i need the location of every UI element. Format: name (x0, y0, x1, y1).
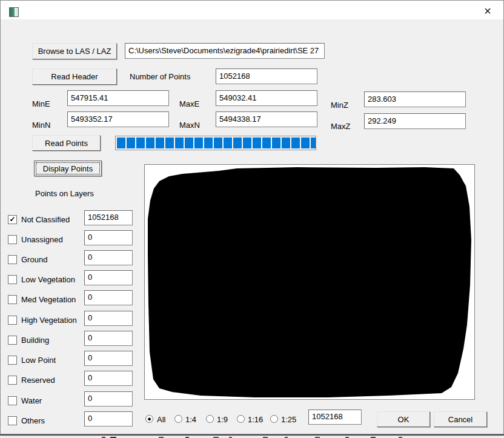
radio-1-16[interactable] (237, 415, 245, 423)
not-classified-checkbox[interactable]: ✓ (8, 215, 17, 224)
layer-count-field[interactable]: 0 (84, 230, 133, 245)
layer-count-field[interactable]: 1052168 (84, 210, 133, 225)
layer-row-ground: Ground 0 (1, 250, 140, 267)
progress-segment (243, 138, 251, 148)
progress-segment (224, 138, 232, 148)
min-n-label: MinN (32, 121, 50, 130)
display-points-button[interactable]: Display Points (34, 161, 102, 176)
reserved-checkbox[interactable] (8, 376, 17, 385)
radio-dot-icon: ● (147, 416, 151, 422)
progress-segment (253, 138, 261, 148)
layer-row-low-vegetation: Low Vegetation 0 (1, 270, 140, 287)
layer-label: Low Vegetation (21, 275, 75, 284)
min-e-field[interactable]: 547915.41 (67, 90, 169, 106)
layer-label: Unassigned (21, 235, 63, 244)
las-laz-dialog: ✕ Browse to LAS / LAZ C:\Users\Steve\Doc… (0, 0, 504, 434)
layer-row-unassigned: Unassigned 0 (1, 230, 140, 247)
point-display-panel[interactable] (144, 164, 475, 400)
max-e-field[interactable]: 549032.41 (216, 90, 317, 106)
point-cloud-preview (145, 165, 474, 399)
progress-segment (136, 138, 145, 148)
med-vegetation-checkbox[interactable] (8, 295, 17, 304)
layer-count-field[interactable]: 0 (84, 290, 133, 305)
low-point-checkbox[interactable] (8, 356, 17, 365)
radio-all-label: All (157, 415, 165, 424)
read-header-button[interactable]: Read Header (32, 68, 117, 85)
low-vegetation-checkbox[interactable] (8, 275, 17, 284)
max-e-label: MaxE (179, 99, 199, 108)
max-z-label: MaxZ (331, 122, 351, 131)
progress-segment (311, 138, 316, 148)
progress-segment (301, 138, 310, 148)
progress-segment (185, 138, 193, 148)
progress-segment (165, 138, 174, 148)
progress-segment (194, 138, 203, 148)
layer-count-field[interactable]: 0 (84, 250, 133, 265)
ground-checkbox[interactable] (8, 255, 17, 264)
app-icon (9, 7, 19, 17)
layer-row-reserved: Reserved 0 (1, 371, 140, 387)
progress-segment (233, 138, 242, 148)
close-button[interactable]: ✕ (479, 5, 496, 17)
layer-count-field[interactable]: 0 (84, 391, 133, 406)
layer-count-field[interactable]: 0 (84, 331, 133, 346)
progress-segment (175, 138, 184, 148)
layer-count-field[interactable]: 0 (84, 371, 133, 386)
radio-1-25[interactable] (270, 415, 278, 423)
min-z-label: MinZ (331, 101, 348, 110)
checkmark-icon: ✓ (9, 216, 15, 223)
read-points-button[interactable]: Read Points (32, 135, 101, 151)
max-z-field[interactable]: 292.249 (364, 113, 466, 129)
progress-segment (204, 138, 213, 148)
progress-segment (272, 138, 280, 148)
layer-row-building: Building 0 (1, 331, 140, 347)
screen: ✕ Browse to LAS / LAZ C:\Users\Steve\Doc… (0, 0, 504, 438)
min-e-label: MinE (32, 99, 50, 108)
radio-1-9[interactable] (206, 415, 214, 423)
layer-label: Med Vegetation (21, 295, 76, 304)
min-n-field[interactable]: 5493352.17 (67, 111, 169, 127)
layer-label: High Vegetation (21, 316, 77, 325)
building-checkbox[interactable] (8, 336, 17, 345)
progress-segment (282, 138, 290, 148)
radio-1-25-label: 1:25 (281, 415, 296, 424)
number-of-points-field[interactable]: 1052168 (216, 68, 317, 84)
cancel-button[interactable]: Cancel (434, 411, 487, 427)
layer-count-field[interactable]: 0 (84, 311, 133, 326)
high-vegetation-checkbox[interactable] (8, 316, 17, 325)
progress-segment (127, 138, 135, 148)
progress-segment (146, 138, 154, 148)
layer-count-field[interactable]: 0 (84, 270, 133, 285)
progress-bar (115, 136, 316, 150)
progress-segment (291, 138, 300, 148)
browse-las-laz-button[interactable]: Browse to LAS / LAZ (32, 43, 117, 59)
layer-label: Not Classified (21, 215, 70, 224)
unassigned-checkbox[interactable] (8, 235, 17, 244)
progress-segment (117, 138, 125, 148)
layer-row-not-classified: ✓ Not Classified 1052168 (1, 210, 140, 227)
file-path-field[interactable]: C:\Users\Steve\Documents\ezigrade4\prair… (125, 43, 325, 59)
layer-row-high-vegetation: High Vegetation 0 (1, 311, 140, 327)
layer-label: Ground (21, 255, 47, 264)
radio-1-9-label: 1:9 (217, 415, 228, 424)
progress-segment (156, 138, 164, 148)
max-n-label: MaxN (179, 121, 200, 130)
ok-button[interactable]: OK (377, 411, 430, 427)
number-of-points-label: Number of Points (130, 72, 190, 81)
subsample-count-field[interactable]: 1052168 (308, 410, 362, 425)
radio-1-4[interactable] (174, 415, 182, 423)
max-n-field[interactable]: 5494338.17 (216, 111, 317, 127)
layer-row-low-point: Low Point 0 (1, 351, 140, 367)
radio-all[interactable]: ● (145, 415, 153, 423)
min-z-field[interactable]: 283.603 (364, 91, 466, 107)
points-on-layers-label: Points on Layers (35, 189, 94, 198)
screen-bottom-artifact (0, 434, 504, 438)
layer-label: Water (21, 396, 42, 405)
layer-row-water: Water 0 (1, 391, 140, 408)
layer-label: Reserved (21, 376, 55, 385)
water-checkbox[interactable] (8, 396, 17, 405)
radio-1-16-label: 1:16 (248, 415, 263, 424)
progress-segment (262, 138, 271, 148)
layer-count-field[interactable]: 0 (84, 351, 133, 366)
title-bar[interactable]: ✕ (1, 1, 503, 19)
